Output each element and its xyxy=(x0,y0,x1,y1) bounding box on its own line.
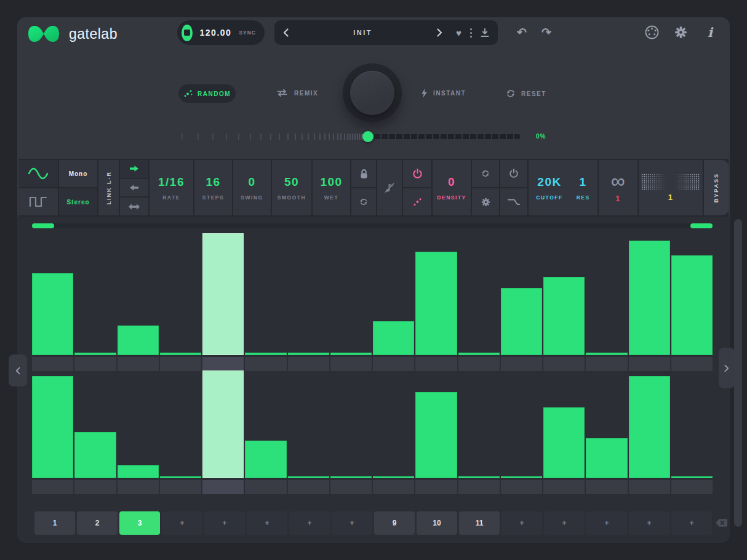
mute-notes-toggle[interactable] xyxy=(377,160,402,215)
step-r1-8[interactable] xyxy=(330,233,372,355)
pattern-slot-1[interactable]: 1 xyxy=(34,511,75,535)
step-r2-13[interactable] xyxy=(543,370,585,478)
step-r2-9[interactable] xyxy=(373,370,414,478)
step-ghost-r1-15[interactable] xyxy=(629,357,670,371)
step-r2-16[interactable] xyxy=(671,370,713,478)
pattern-slot-3[interactable]: 3 xyxy=(119,511,160,535)
step-r1-2[interactable] xyxy=(74,233,116,355)
step-ghost-r2-9[interactable] xyxy=(373,480,414,494)
step-r2-5[interactable] xyxy=(202,370,244,478)
step-ghost-r1-5[interactable] xyxy=(202,357,244,371)
swing-control[interactable]: 0 SWING xyxy=(233,160,271,215)
step-ghost-r2-14[interactable] xyxy=(586,480,627,494)
preset-prev-button[interactable] xyxy=(283,28,289,37)
pattern-slot-9[interactable]: 9 xyxy=(374,511,415,535)
step-ghost-r1-6[interactable] xyxy=(245,357,286,371)
bypass-toggle[interactable]: BYPASS xyxy=(704,160,729,215)
step-r1-15[interactable] xyxy=(629,233,670,355)
step-r1-5[interactable] xyxy=(202,233,244,355)
step-ghost-r1-14[interactable] xyxy=(586,357,627,371)
step-r1-16[interactable] xyxy=(671,233,713,355)
step-r2-3[interactable] xyxy=(118,370,159,478)
pattern-slot-6[interactable]: + xyxy=(247,511,287,535)
pattern-slot-10[interactable]: 10 xyxy=(417,511,457,535)
filter-power-button[interactable] xyxy=(500,160,527,187)
preset-next-button[interactable] xyxy=(437,28,442,37)
mono-button[interactable]: Mono xyxy=(59,160,97,187)
loop-range-end-handle[interactable] xyxy=(690,223,713,228)
step-ghost-r1-3[interactable] xyxy=(118,357,159,371)
pattern-slot-13[interactable]: + xyxy=(544,511,585,535)
filter-cycle-button[interactable] xyxy=(472,160,499,187)
pattern-slot-4[interactable]: + xyxy=(162,511,202,535)
wave-square-button[interactable] xyxy=(18,188,58,215)
info-button[interactable]: i xyxy=(708,25,713,40)
loop-range-track[interactable] xyxy=(32,223,713,228)
step-ghost-r2-5[interactable] xyxy=(202,480,244,494)
link-lr-toggle[interactable]: LINK L-R xyxy=(98,160,119,215)
step-ghost-r1-1[interactable] xyxy=(32,357,73,371)
pattern-slot-16[interactable]: + xyxy=(671,511,712,535)
bpm-value[interactable]: 120.00 xyxy=(200,28,232,38)
step-ghost-r2-4[interactable] xyxy=(160,480,201,494)
instant-button[interactable]: INSTANT xyxy=(421,89,466,98)
remix-button[interactable]: REMIX xyxy=(276,89,318,97)
cutoff-control[interactable]: 20K CUTOFF xyxy=(536,175,562,201)
step-ghost-r2-2[interactable] xyxy=(74,480,116,494)
pattern-slot-5[interactable]: + xyxy=(204,511,245,535)
step-r1-13[interactable] xyxy=(543,233,585,355)
direction-forward-button[interactable] xyxy=(120,160,148,178)
step-r1-6[interactable] xyxy=(245,233,286,355)
midi-settings-button[interactable] xyxy=(645,25,659,39)
step-ghost-r2-8[interactable] xyxy=(330,480,372,494)
rate-control[interactable]: 1/16 RATE xyxy=(150,160,193,215)
settings-button[interactable] xyxy=(674,26,687,39)
stereo-button[interactable]: Stereo xyxy=(59,188,97,215)
lock-steps-button[interactable] xyxy=(351,160,376,187)
density-control[interactable]: 0 DENSITY xyxy=(433,160,471,215)
randomize-knob[interactable] xyxy=(343,63,402,122)
step-r1-3[interactable] xyxy=(118,233,159,355)
step-r2-11[interactable] xyxy=(458,370,500,478)
favorite-button[interactable]: ♥ xyxy=(456,28,461,38)
step-r1-10[interactable] xyxy=(415,233,457,355)
preset-name[interactable]: INIT xyxy=(297,29,428,36)
step-ghost-r1-9[interactable] xyxy=(373,357,414,371)
cycle-steps-button[interactable] xyxy=(351,188,376,215)
pattern-slot-14[interactable]: + xyxy=(586,511,627,535)
direction-pingpong-button[interactable] xyxy=(120,198,148,215)
step-r1-1[interactable] xyxy=(32,233,73,355)
sync-toggle[interactable]: SYNC xyxy=(239,30,256,36)
step-ghost-r1-4[interactable] xyxy=(160,357,201,371)
random-button[interactable]: RANDOM xyxy=(178,84,236,103)
step-ghost-r1-7[interactable] xyxy=(288,357,329,371)
step-ghost-r2-7[interactable] xyxy=(288,480,329,494)
delete-pattern-button[interactable] xyxy=(715,518,728,530)
step-r2-10[interactable] xyxy=(415,370,457,478)
right-edge-strip[interactable] xyxy=(734,219,742,527)
step-ghost-r1-12[interactable] xyxy=(501,357,542,371)
scroll-right-button[interactable] xyxy=(719,348,735,388)
amount-slider-thumb[interactable] xyxy=(362,131,374,142)
res-control[interactable]: 1 RES xyxy=(577,175,590,201)
density-power-button[interactable] xyxy=(403,160,431,187)
step-ghost-r2-12[interactable] xyxy=(501,480,542,494)
steps-control[interactable]: 16 STEPS xyxy=(194,160,232,215)
step-ghost-r2-3[interactable] xyxy=(118,480,159,494)
amount-slider-track[interactable] xyxy=(374,134,520,139)
wave-sine-button[interactable] xyxy=(18,160,58,187)
loop-length-control[interactable]: ∞ 1 xyxy=(599,160,637,215)
step-r1-14[interactable] xyxy=(586,233,627,355)
step-ghost-r1-2[interactable] xyxy=(74,357,116,371)
density-random-button[interactable] xyxy=(403,188,431,215)
loop-range-start-handle[interactable] xyxy=(32,223,54,228)
step-ghost-r2-16[interactable] xyxy=(671,480,713,494)
step-r2-12[interactable] xyxy=(501,370,542,478)
step-r2-14[interactable] xyxy=(586,370,627,478)
filter-type-button[interactable] xyxy=(500,188,527,215)
step-r1-7[interactable] xyxy=(288,233,329,355)
play-stop-button[interactable] xyxy=(182,25,193,41)
step-r2-8[interactable] xyxy=(330,370,372,478)
redo-button[interactable]: ↷ xyxy=(541,25,551,39)
pattern-slot-11[interactable]: 11 xyxy=(459,511,500,535)
